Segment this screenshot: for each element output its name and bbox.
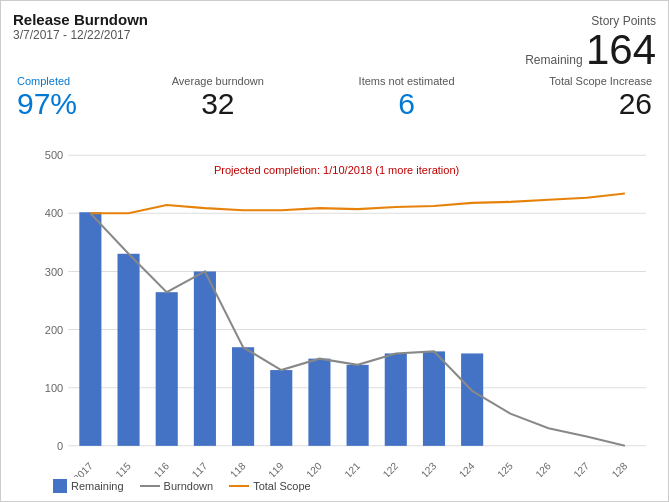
bar-7 <box>347 365 369 446</box>
svg-text:Projected completion: 1/10/201: Projected completion: 1/10/2018 (1 more … <box>214 164 460 176</box>
legend-remaining: Remaining <box>53 479 124 493</box>
svg-text:Sprint 124: Sprint 124 <box>437 460 477 477</box>
completed-stat: Completed 97% <box>17 75 77 120</box>
svg-text:Sprint 126: Sprint 126 <box>513 460 553 477</box>
svg-text:100: 100 <box>45 382 63 394</box>
avg-burndown-value: 32 <box>201 87 234 120</box>
items-not-estimated-value: 6 <box>398 87 415 120</box>
bar-4 <box>232 347 254 446</box>
svg-text:Sprint 118: Sprint 118 <box>207 460 247 477</box>
svg-text:Sprint 116: Sprint 116 <box>131 460 171 477</box>
header-left: Release Burndown 3/7/2017 - 12/22/2017 <box>13 11 148 42</box>
bar-2 <box>156 292 178 446</box>
bar-5 <box>270 370 292 446</box>
svg-text:200: 200 <box>45 324 63 336</box>
svg-text:Sprint 122: Sprint 122 <box>360 460 400 477</box>
legend-burndown: Burndown <box>140 480 214 492</box>
completed-label: Completed <box>17 75 70 87</box>
svg-text:Sprint 117: Sprint 117 <box>169 460 209 477</box>
bar-1 <box>117 254 139 446</box>
svg-text:300: 300 <box>45 265 63 277</box>
items-not-estimated-label: Items not estimated <box>359 75 455 87</box>
total-scope-line <box>90 194 624 214</box>
remaining-label: Remaining <box>71 480 124 492</box>
stats-row: Completed 97% Average burndown 32 Items … <box>13 75 656 120</box>
svg-text:Sprint 119: Sprint 119 <box>246 460 286 477</box>
chart-area: 0 100 200 300 400 500 Projected completi… <box>13 124 656 477</box>
items-not-estimated-stat: Items not estimated 6 <box>359 75 455 120</box>
svg-text:Sprint 115: Sprint 115 <box>93 460 133 477</box>
svg-text:Sprint 128: Sprint 128 <box>589 460 629 477</box>
chart-svg: 0 100 200 300 400 500 Projected completi… <box>13 124 656 477</box>
header: Release Burndown 3/7/2017 - 12/22/2017 S… <box>13 11 656 71</box>
svg-text:Sprint 121: Sprint 121 <box>322 460 362 477</box>
svg-text:Sprint 125: Sprint 125 <box>475 460 515 477</box>
svg-text:Sprint 120: Sprint 120 <box>284 460 324 477</box>
avg-burndown-label: Average burndown <box>172 75 264 87</box>
total-scope-icon <box>229 485 249 487</box>
bar-0 <box>79 212 101 446</box>
date-range: 3/7/2017 - 12/22/2017 <box>13 28 148 42</box>
bar-8 <box>385 353 407 445</box>
svg-text:Sprint 127: Sprint 127 <box>551 460 591 477</box>
bar-9 <box>423 351 445 445</box>
svg-text:0: 0 <box>57 440 63 452</box>
svg-text:3/7/2017: 3/7/2017 <box>59 460 94 477</box>
chart-title: Release Burndown <box>13 11 148 28</box>
header-right: Story Points Remaining 164 <box>525 11 656 71</box>
bar-3 <box>194 271 216 445</box>
burndown-icon <box>140 485 160 487</box>
total-scope-stat: Total Scope Increase 26 <box>549 75 652 120</box>
bar-10 <box>461 353 483 445</box>
total-scope-value: 26 <box>619 87 652 120</box>
bar-6 <box>308 359 330 446</box>
total-scope-label: Total Scope <box>253 480 310 492</box>
total-scope-label: Total Scope Increase <box>549 75 652 87</box>
legend: Remaining Burndown Total Scope <box>13 479 656 493</box>
dashboard-container: Release Burndown 3/7/2017 - 12/22/2017 S… <box>0 0 669 502</box>
story-points-value: 164 <box>586 26 656 73</box>
completed-value: 97% <box>17 87 77 120</box>
svg-text:Sprint 123: Sprint 123 <box>398 460 438 477</box>
svg-text:400: 400 <box>45 207 63 219</box>
burndown-label: Burndown <box>164 480 214 492</box>
legend-total-scope: Total Scope <box>229 480 310 492</box>
remaining-icon <box>53 479 67 493</box>
svg-text:500: 500 <box>45 149 63 161</box>
x-axis-labels: 3/7/2017 Sprint 115 Sprint 116 Sprint 11… <box>59 460 629 477</box>
avg-burndown-stat: Average burndown 32 <box>172 75 264 120</box>
